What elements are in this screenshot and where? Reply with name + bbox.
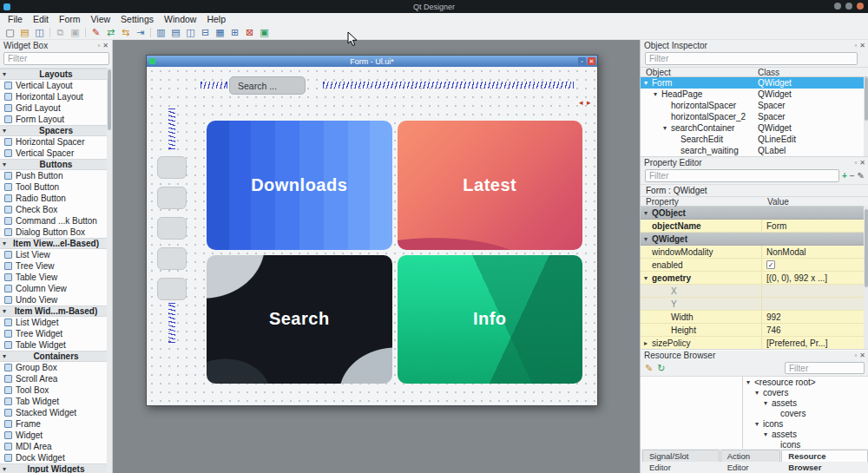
widget-box-scrollbar[interactable]: [107, 68, 112, 473]
widget-box-row[interactable]: Grid Layout: [0, 102, 112, 114]
side-menu-item[interactable]: [157, 217, 187, 240]
resource-browser-filter-input[interactable]: [785, 362, 865, 374]
widget-box-filter-input[interactable]: [3, 52, 109, 65]
object-inspector-row[interactable]: ▾ searchContainer QWidget: [641, 122, 868, 134]
property-row[interactable]: ▾ QObject: [641, 207, 868, 220]
toolbar-button[interactable]: ✎: [89, 26, 103, 39]
widget-box-row[interactable]: Dialog Button Box: [0, 227, 112, 238]
property-value[interactable]: 746: [766, 325, 781, 335]
widget-box-row[interactable]: List Widget: [0, 317, 112, 328]
dock-tab[interactable]: Resource Browser: [781, 450, 868, 462]
object-inspector-row[interactable]: search_waiting QLabel: [641, 145, 868, 156]
toolbar-button[interactable]: ▦: [213, 26, 227, 39]
close-icon[interactable]: ✕: [859, 42, 865, 49]
widget-box-row[interactable]: Radio Button: [0, 193, 112, 204]
close-icon[interactable]: [857, 3, 864, 10]
side-menu-item[interactable]: [157, 156, 187, 179]
toolbar-button[interactable]: [148, 26, 154, 39]
remove-property-icon[interactable]: −: [850, 171, 855, 181]
widget-box-row[interactable]: Tree Widget: [0, 328, 112, 339]
object-inspector-row[interactable]: ▾ HeadPage QWidget: [641, 89, 868, 100]
menu-item[interactable]: Settings: [115, 13, 159, 25]
property-row[interactable]: Height 746: [641, 324, 868, 337]
widget-box-row[interactable]: ▾ Item View...el-Based): [0, 238, 112, 249]
toolbar-button[interactable]: ⊟: [198, 26, 213, 39]
widget-box-row[interactable]: Undo View: [0, 294, 112, 305]
card[interactable]: Search: [207, 255, 392, 384]
property-value[interactable]: NonModal: [766, 247, 806, 257]
maximize-icon[interactable]: ▫: [578, 57, 586, 65]
widget-box-row[interactable]: Form Layout: [0, 114, 112, 125]
property-row[interactable]: ▾ geometry [(0, 0), 992 x ...]: [641, 272, 868, 285]
widget-box-row[interactable]: Column View: [0, 283, 112, 294]
widget-box-row[interactable]: ▾ Input Widgets: [0, 463, 112, 473]
toolbar-button[interactable]: ⇄: [103, 26, 118, 39]
toolbar-button[interactable]: ⊠: [242, 26, 257, 39]
minimize-icon[interactable]: [834, 3, 841, 10]
resource-tree-row[interactable]: ▾ icons: [743, 418, 868, 429]
form-canvas[interactable]: Search ... ◂ ▸ Downloads La: [148, 67, 596, 404]
toolbar-button[interactable]: ⇆: [118, 26, 133, 39]
float-icon[interactable]: ▫: [854, 42, 857, 49]
menu-item[interactable]: Edit: [28, 13, 54, 25]
widget-box-row[interactable]: Tool Button: [0, 181, 112, 193]
menu-item[interactable]: File: [3, 13, 28, 25]
horizontal-spacer[interactable]: [323, 82, 574, 89]
widget-box-row[interactable]: Horizontal Layout: [0, 91, 112, 102]
object-inspector-row[interactable]: horizontalSpacer_2 Spacer: [641, 111, 868, 122]
toolbar-button[interactable]: ▣: [68, 26, 82, 39]
property-editor-column-header[interactable]: Property Value: [641, 196, 868, 207]
widget-box-row[interactable]: Stacked Widget: [0, 407, 112, 418]
close-icon[interactable]: ✕: [859, 351, 865, 359]
menu-item[interactable]: Window: [159, 13, 201, 25]
toolbar-button[interactable]: ⇥: [133, 26, 148, 39]
toolbar-button[interactable]: ▤: [17, 26, 32, 39]
resource-tree-row[interactable]: ▾ covers: [743, 387, 868, 397]
close-icon[interactable]: ✕: [588, 57, 595, 65]
widget-box-row[interactable]: Tool Box: [0, 384, 112, 396]
resource-tree-row[interactable]: ▾ assets: [743, 397, 868, 408]
expand-arrow-icon[interactable]: ▾: [644, 209, 652, 217]
expand-arrow-icon[interactable]: ▾: [746, 378, 754, 386]
maximize-icon[interactable]: [845, 3, 852, 10]
toolbar-button[interactable]: ▥: [154, 26, 168, 39]
resource-tree-row[interactable]: icons: [743, 439, 868, 449]
expand-arrow-icon[interactable]: ▸: [644, 339, 652, 347]
widget-box-row[interactable]: Check Box: [0, 204, 112, 215]
widget-box-row[interactable]: Table Widget: [0, 339, 112, 351]
toolbar-button[interactable]: ◫: [183, 26, 198, 39]
widget-box-row[interactable]: Dock Widget: [0, 452, 112, 463]
reload-resources-icon[interactable]: ↻: [657, 363, 665, 374]
edit-resources-icon[interactable]: ✎: [645, 363, 653, 374]
object-inspector-filter-input[interactable]: [645, 52, 858, 65]
widget-box-row[interactable]: ▾ Spacers: [0, 125, 112, 136]
resource-tree-row[interactable]: ▾ assets: [743, 429, 868, 439]
widget-box-row[interactable]: List View: [0, 249, 112, 260]
card[interactable]: Latest: [398, 121, 583, 250]
search-input[interactable]: Search ...: [229, 76, 306, 95]
add-property-icon[interactable]: +: [842, 171, 847, 181]
widget-box-row[interactable]: Horizontal Spacer: [0, 136, 112, 148]
vertical-spacer[interactable]: [168, 108, 175, 149]
widget-box-row[interactable]: Push Button: [0, 170, 112, 181]
widget-box-row[interactable]: Scroll Area: [0, 373, 112, 384]
side-menu-item[interactable]: [157, 278, 187, 300]
dock-tab[interactable]: Signal/Slot Editor: [642, 450, 720, 462]
expand-arrow-icon[interactable]: ▾: [663, 124, 671, 132]
property-row[interactable]: Y: [641, 298, 868, 311]
menu-item[interactable]: View: [86, 13, 116, 25]
widget-box-row[interactable]: ▾ Item Wid...m-Based): [0, 305, 112, 317]
expand-arrow-icon[interactable]: ▾: [755, 389, 763, 397]
widget-box-row[interactable]: Table View: [0, 272, 112, 283]
menu-item[interactable]: Form: [54, 13, 86, 25]
toolbar-button[interactable]: ⧉: [53, 26, 68, 39]
toolbar-button[interactable]: [47, 26, 53, 39]
enabled-checkbox[interactable]: ✓: [766, 260, 775, 269]
float-icon[interactable]: ▫: [97, 42, 100, 49]
expand-arrow-icon[interactable]: ▾: [764, 399, 772, 407]
property-row[interactable]: X: [641, 285, 868, 298]
property-value[interactable]: 992: [766, 312, 781, 322]
card[interactable]: Downloads: [207, 121, 392, 250]
property-value[interactable]: [(0, 0), 992 x ...]: [766, 273, 827, 283]
object-inspector-scrollbar[interactable]: [864, 77, 868, 156]
